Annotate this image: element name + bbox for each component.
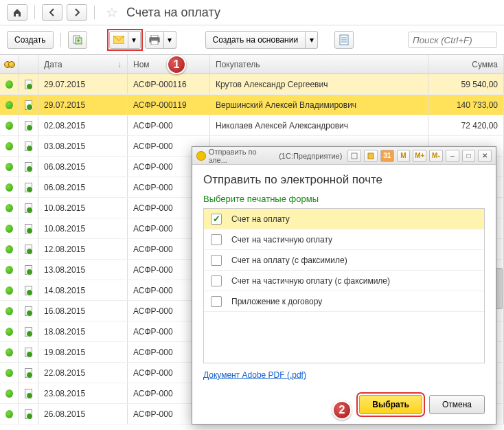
status-cell <box>0 74 19 94</box>
col-buyer[interactable]: Покупатель <box>210 55 428 73</box>
print-form-item[interactable]: ✓Счет на оплату <box>204 209 484 229</box>
document-icon <box>25 348 32 357</box>
mark-cell <box>19 95 38 115</box>
home-button[interactable] <box>7 4 27 21</box>
status-dot-icon <box>5 183 13 192</box>
print-forms-list: ✓Счет на оплатуСчет на частичную оплатуС… <box>203 208 485 363</box>
print-form-item[interactable]: Счет на оплату (с факсимиле) <box>204 250 484 271</box>
email-dropdown[interactable]: ▾ <box>128 31 141 49</box>
date-cell: 12.08.2015 <box>38 239 128 259</box>
mark-cell <box>19 404 38 424</box>
sum-cell: 59 540,00 <box>428 74 504 94</box>
print-form-item[interactable]: Счет на частичную оплату (с факсимиле) <box>204 271 484 291</box>
table-row[interactable]: 29.07.2015АСФР-000116Крутов Александр Се… <box>0 74 504 95</box>
print-form-label: Счет на оплату <box>231 214 290 224</box>
svg-text:+: + <box>76 38 80 44</box>
col-mark[interactable] <box>19 55 38 73</box>
status-dot-icon <box>5 348 13 357</box>
document-icon <box>25 265 32 275</box>
callout-badge-2: 2 <box>332 400 352 420</box>
format-link[interactable]: Документ Adobe PDF (.pdf) <box>203 370 485 380</box>
status-dot-icon <box>5 307 13 315</box>
print-form-label: Приложение к договору <box>231 297 322 306</box>
col-date[interactable]: Дата↓ <box>38 55 128 73</box>
document-icon <box>25 368 32 378</box>
forward-button[interactable] <box>67 4 87 21</box>
email-button[interactable] <box>109 31 128 49</box>
checkbox[interactable] <box>211 255 222 266</box>
document-icon <box>25 183 32 192</box>
status-cell <box>0 115 19 135</box>
print-dropdown[interactable]: ▾ <box>164 31 176 49</box>
document-icon <box>25 100 32 110</box>
page-title: Счета на оплату <box>126 5 220 20</box>
copy-button[interactable]: + <box>68 31 87 49</box>
dialog-tool-calc[interactable] <box>364 150 378 162</box>
checkbox[interactable]: ✓ <box>211 214 222 225</box>
dialog-tool-m[interactable]: M <box>397 150 411 162</box>
cancel-button[interactable]: Отмена <box>429 395 485 414</box>
mark-cell <box>19 218 38 238</box>
separator <box>60 33 61 47</box>
print-form-label: Счет на оплату (с факсимиле) <box>231 256 347 265</box>
print-button[interactable] <box>145 31 164 49</box>
buyer-cell: Вершинский Алексей Владимирович <box>210 95 428 115</box>
separator <box>34 5 35 19</box>
date-cell: 22.08.2015 <box>38 363 128 383</box>
select-button[interactable]: Выбрать <box>359 395 422 414</box>
status-cell <box>0 363 19 383</box>
1c-logo-icon <box>196 151 206 161</box>
status-cell <box>0 218 19 238</box>
status-dot-icon <box>5 369 13 377</box>
date-cell: 29.07.2015 <box>38 95 128 115</box>
report-button[interactable] <box>334 31 354 49</box>
table-row[interactable]: 29.07.2015АСФР-000119Вершинский Алексей … <box>0 95 504 115</box>
dialog-tool-m-plus[interactable]: M+ <box>413 150 426 162</box>
table-row[interactable]: 02.08.2015АСФР-000Николаев Алексей Алекс… <box>0 115 504 136</box>
dialog-tool-calendar[interactable]: 31 <box>380 150 394 162</box>
dialog-tool-pin[interactable] <box>347 150 361 162</box>
mark-cell <box>19 342 38 362</box>
dialog-close[interactable]: ✕ <box>478 150 492 162</box>
back-button[interactable] <box>42 4 62 21</box>
status-cell <box>0 177 19 197</box>
checkbox[interactable] <box>211 275 222 286</box>
checkbox[interactable] <box>211 296 222 307</box>
create-based-on-button[interactable]: Создать на основании <box>205 31 306 49</box>
document-icon <box>25 389 32 398</box>
date-cell: 10.08.2015 <box>38 218 128 238</box>
status-dot-icon <box>5 163 13 171</box>
search-input[interactable] <box>408 32 497 48</box>
status-dot-icon <box>5 245 13 253</box>
status-dot-icon <box>5 122 13 130</box>
svg-rect-4 <box>151 35 158 38</box>
buyer-cell: Крутов Александр Сергеевич <box>210 74 428 94</box>
document-icon <box>25 121 32 131</box>
based-on-dropdown[interactable]: ▾ <box>306 31 318 49</box>
dialog-tool-m-minus[interactable]: M- <box>429 150 443 162</box>
col-status[interactable] <box>0 55 19 73</box>
document-icon <box>25 142 32 151</box>
dialog-maximize[interactable]: □ <box>462 150 476 162</box>
status-cell <box>0 239 19 259</box>
document-icon <box>25 327 32 337</box>
dialog-minimize[interactable]: – <box>446 150 459 162</box>
checkbox[interactable] <box>211 234 222 245</box>
favorite-star-icon[interactable]: ☆ <box>106 4 118 21</box>
print-form-item[interactable]: Приложение к договору <box>204 291 484 312</box>
date-cell: 06.08.2015 <box>38 177 128 197</box>
separator <box>94 5 95 19</box>
print-form-item[interactable]: Счет на частичную оплату <box>204 229 484 250</box>
col-sum[interactable]: Сумма <box>428 55 504 73</box>
dialog-heading: Отправить по электронной почте <box>203 173 485 187</box>
status-cell <box>0 280 19 300</box>
status-dot-icon <box>5 225 13 233</box>
create-button[interactable]: Создать <box>7 31 54 49</box>
status-dot-icon <box>5 286 13 295</box>
status-dot-icon <box>5 328 13 336</box>
document-icon <box>25 286 32 295</box>
mark-cell <box>19 115 38 135</box>
document-icon <box>25 203 32 213</box>
mark-cell <box>19 321 38 341</box>
status-cell <box>0 301 19 321</box>
